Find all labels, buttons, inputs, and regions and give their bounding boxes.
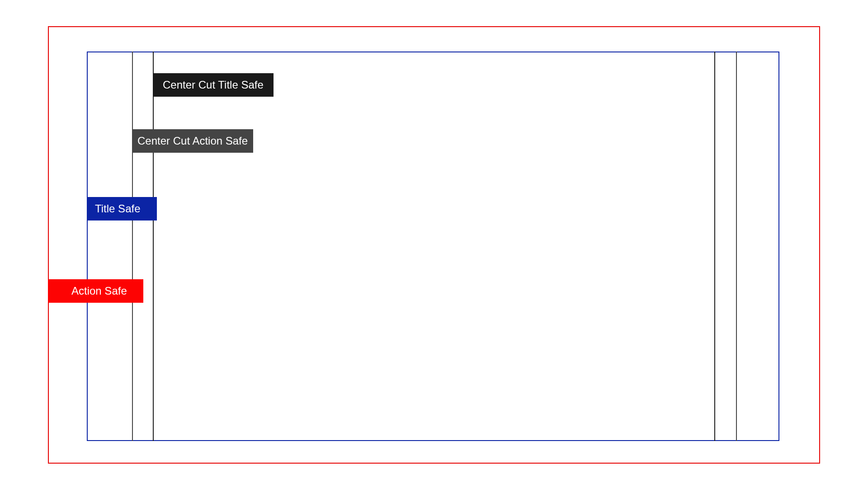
center-cut-title-safe-frame [153, 52, 715, 441]
center-cut-action-safe-label: Center Cut Action Safe [132, 129, 253, 153]
title-safe-label: Title Safe [87, 197, 157, 221]
center-cut-title-safe-label: Center Cut Title Safe [153, 73, 274, 97]
action-safe-label: Action Safe [48, 279, 143, 303]
